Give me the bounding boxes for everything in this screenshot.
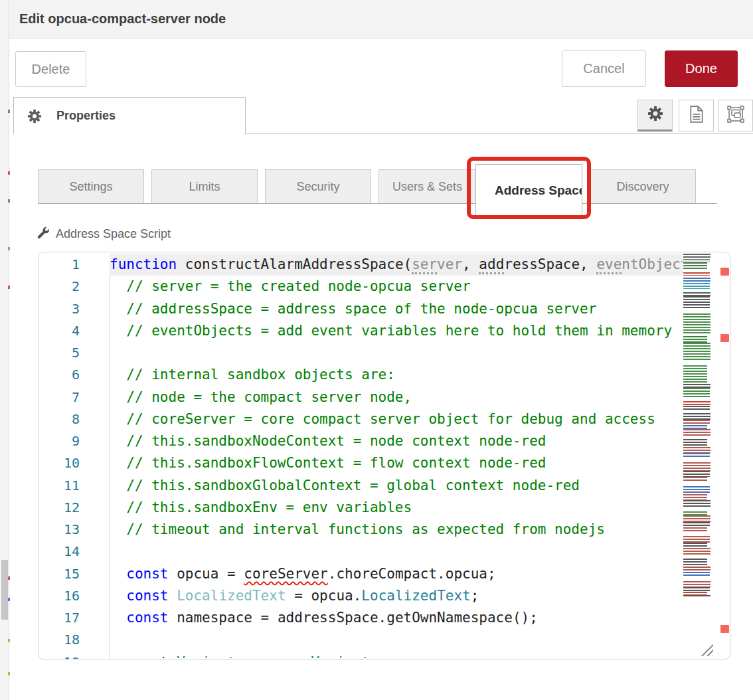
code-line[interactable]	[110, 629, 683, 651]
line-number[interactable]: 18	[39, 629, 110, 651]
minimap-segment	[683, 401, 711, 406]
line-number[interactable]: 1	[39, 254, 110, 276]
code-token: // this.sandboxNodeContext = node contex…	[110, 433, 546, 449]
document-icon	[689, 106, 704, 126]
line-number[interactable]: 12	[39, 497, 110, 519]
minimap-segment	[683, 254, 711, 259]
line-number[interactable]: 14	[39, 541, 110, 563]
code-token: // coreServer = core compact server obje…	[110, 411, 655, 427]
code-token: = opcua.	[236, 654, 311, 659]
minimap-segment	[683, 543, 707, 548]
line-number[interactable]: 2	[39, 276, 110, 298]
line-number[interactable]: 7	[39, 387, 110, 408]
line-number[interactable]: 17	[39, 607, 110, 629]
page-scrollbar-track[interactable]	[0, 0, 9, 700]
scrollbar-mark	[8, 199, 10, 203]
code-token: // eventObjects = add event variables he…	[110, 323, 672, 339]
code-line[interactable]: // this.sandboxGlobalContext = global co…	[110, 475, 683, 497]
delete-button[interactable]: Delete	[15, 51, 86, 87]
done-button[interactable]: Done	[665, 50, 738, 87]
tab-label: Limits	[189, 180, 220, 194]
code-token	[110, 654, 126, 659]
line-number[interactable]: 9	[39, 430, 110, 452]
code-token: coreServer	[244, 566, 327, 582]
code-editor[interactable]: 12345678910111213141516171819 function c…	[38, 252, 730, 659]
code-token: // addressSpace = address space of the n…	[110, 301, 596, 317]
minimap-segment	[683, 447, 711, 453]
minimap-segment	[683, 360, 710, 365]
line-number[interactable]: 5	[39, 342, 110, 364]
minimap-segment	[683, 429, 711, 436]
tab-settings[interactable]: Settings	[38, 169, 144, 204]
tab-address-space[interactable]: Address Space	[475, 164, 582, 216]
tab-users-sets[interactable]: Users & Sets	[378, 169, 476, 204]
dialog-title: Edit opcua-compact-server node	[19, 11, 226, 27]
error-marker	[720, 268, 729, 276]
code-line[interactable]: // eventObjects = add event variables he…	[110, 320, 683, 342]
section-label: Address Space Script	[56, 227, 171, 241]
editor-resize-grip[interactable]	[699, 642, 713, 656]
code-line[interactable]	[110, 342, 683, 364]
code-token: ntObjects, done) {	[622, 256, 683, 272]
tab-discovery[interactable]: Discovery	[590, 169, 696, 204]
code-line[interactable]: // server = the created node-opcua serve…	[110, 276, 683, 298]
minimap-segment	[683, 548, 711, 555]
scrollbar-mark	[8, 171, 10, 175]
code-line[interactable]: // this.sandboxNodeContext = node contex…	[110, 430, 683, 452]
code-line[interactable]: // node = the compact server node,	[110, 387, 683, 408]
cancel-button[interactable]: Cancel	[562, 50, 646, 87]
code-token: const	[126, 610, 168, 626]
line-number[interactable]: 11	[39, 475, 110, 497]
code-token: .choreCompact.opcua;	[328, 566, 496, 582]
code-line[interactable]: // timeout and interval functions as exp…	[110, 519, 683, 541]
line-number[interactable]: 16	[39, 585, 110, 607]
code-token: function	[110, 256, 177, 272]
error-marker	[720, 625, 729, 633]
code-line[interactable]: // coreServer = core compact server obje…	[110, 408, 683, 430]
code-line[interactable]: // this.sandboxFlowContext = flow contex…	[110, 452, 683, 474]
minimap-segment	[683, 486, 710, 494]
minimap-segment	[683, 531, 711, 536]
code-line[interactable]: // addressSpace = address space of the n…	[110, 298, 683, 320]
code-token: // server = the created node-opcua serve…	[110, 278, 471, 294]
line-number[interactable]: 6	[39, 364, 110, 386]
code-line[interactable]: // this.sandboxEnv = env variables	[110, 497, 683, 519]
code-line[interactable]: const Variant = opcua.Variant;	[110, 652, 683, 659]
minimap-segment	[683, 462, 711, 471]
code-token: ;	[370, 654, 378, 659]
code-line[interactable]: const namespace = addressSpace.getOwnNam…	[110, 607, 683, 629]
line-number[interactable]: 3	[39, 298, 110, 320]
editor-minimap[interactable]	[682, 254, 713, 612]
tab-security[interactable]: Security	[265, 169, 371, 204]
line-number[interactable]: 15	[39, 563, 110, 585]
node-description-button[interactable]	[679, 100, 714, 131]
code-token	[169, 588, 177, 604]
minimap-segment	[683, 587, 710, 592]
code-line[interactable]: // internal sandbox objects are:	[110, 364, 683, 386]
page-scrollbar-thumb[interactable]	[1, 560, 8, 620]
tab-properties[interactable]: Properties	[13, 97, 246, 134]
code-line[interactable]	[110, 541, 683, 563]
minimap-segment	[683, 567, 711, 572]
line-number[interactable]: 13	[39, 519, 110, 541]
minimap-segment	[683, 278, 711, 283]
code-token: = opcua.	[286, 588, 362, 604]
line-number[interactable]: 10	[39, 452, 110, 474]
edit-node-dialog: Edit opcua-compact-server node Delete Ca…	[0, 0, 753, 700]
editor-gutter[interactable]: 12345678910111213141516171819	[39, 254, 110, 659]
appearance-icon	[727, 106, 744, 126]
line-number[interactable]: 19	[39, 652, 110, 660]
node-appearance-button[interactable]	[718, 100, 753, 131]
code-line[interactable]: const LocalizedText = opcua.LocalizedTex…	[110, 585, 683, 607]
minimap-segment	[683, 336, 707, 343]
minimap-segment	[683, 343, 711, 360]
code-line[interactable]: function constructAlarmAddressSpace(serv…	[110, 254, 683, 276]
line-number[interactable]: 4	[39, 320, 110, 342]
code-token: ;	[471, 588, 479, 604]
editor-code-area[interactable]: function constructAlarmAddressSpace(serv…	[110, 254, 683, 658]
code-token: eve	[596, 256, 622, 274]
line-number[interactable]: 8	[39, 408, 110, 430]
code-line[interactable]: const opcua = coreServer.choreCompact.op…	[110, 563, 683, 585]
tab-limits[interactable]: Limits	[151, 169, 258, 204]
node-properties-button[interactable]	[637, 100, 673, 131]
